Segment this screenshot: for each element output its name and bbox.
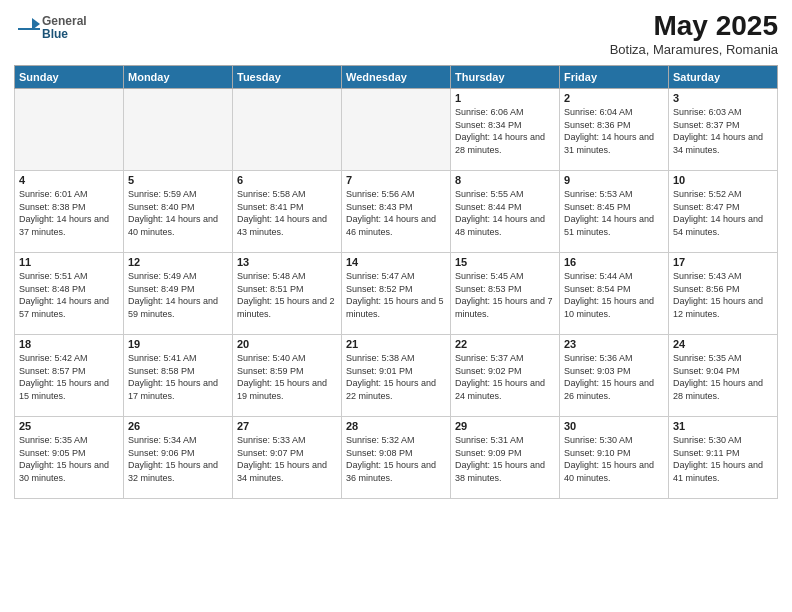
col-friday: Friday [560,66,669,89]
table-row: 24 Sunrise: 5:35 AM Sunset: 9:04 PM Dayl… [669,335,778,417]
table-row: 12 Sunrise: 5:49 AM Sunset: 8:49 PM Dayl… [124,253,233,335]
table-row: 16 Sunrise: 5:44 AM Sunset: 8:54 PM Dayl… [560,253,669,335]
header: General Blue May 2025 Botiza, Maramures,… [14,10,778,57]
table-row: 10 Sunrise: 5:52 AM Sunset: 8:47 PM Dayl… [669,171,778,253]
table-row: 3 Sunrise: 6:03 AM Sunset: 8:37 PM Dayli… [669,89,778,171]
day-info: Sunrise: 5:51 AM Sunset: 8:48 PM Dayligh… [19,270,119,320]
table-row: 13 Sunrise: 5:48 AM Sunset: 8:51 PM Dayl… [233,253,342,335]
col-wednesday: Wednesday [342,66,451,89]
table-row: 28 Sunrise: 5:32 AM Sunset: 9:08 PM Dayl… [342,417,451,499]
day-info: Sunrise: 5:41 AM Sunset: 8:58 PM Dayligh… [128,352,228,402]
table-row: 20 Sunrise: 5:40 AM Sunset: 8:59 PM Dayl… [233,335,342,417]
col-saturday: Saturday [669,66,778,89]
day-info: Sunrise: 5:42 AM Sunset: 8:57 PM Dayligh… [19,352,119,402]
table-row: 17 Sunrise: 5:43 AM Sunset: 8:56 PM Dayl… [669,253,778,335]
day-number: 19 [128,338,228,350]
day-info: Sunrise: 5:58 AM Sunset: 8:41 PM Dayligh… [237,188,337,238]
table-row: 25 Sunrise: 5:35 AM Sunset: 9:05 PM Dayl… [15,417,124,499]
table-row: 8 Sunrise: 5:55 AM Sunset: 8:44 PM Dayli… [451,171,560,253]
day-info: Sunrise: 6:06 AM Sunset: 8:34 PM Dayligh… [455,106,555,156]
day-number: 24 [673,338,773,350]
day-info: Sunrise: 5:40 AM Sunset: 8:59 PM Dayligh… [237,352,337,402]
table-row: 18 Sunrise: 5:42 AM Sunset: 8:57 PM Dayl… [15,335,124,417]
table-row: 21 Sunrise: 5:38 AM Sunset: 9:01 PM Dayl… [342,335,451,417]
day-info: Sunrise: 5:47 AM Sunset: 8:52 PM Dayligh… [346,270,446,320]
table-row: 29 Sunrise: 5:31 AM Sunset: 9:09 PM Dayl… [451,417,560,499]
day-number: 22 [455,338,555,350]
logo-svg: General Blue [14,10,94,48]
week-row-5: 25 Sunrise: 5:35 AM Sunset: 9:05 PM Dayl… [15,417,778,499]
day-info: Sunrise: 6:01 AM Sunset: 8:38 PM Dayligh… [19,188,119,238]
day-number: 8 [455,174,555,186]
day-number: 12 [128,256,228,268]
table-row: 23 Sunrise: 5:36 AM Sunset: 9:03 PM Dayl… [560,335,669,417]
table-row: 15 Sunrise: 5:45 AM Sunset: 8:53 PM Dayl… [451,253,560,335]
col-thursday: Thursday [451,66,560,89]
calendar: Sunday Monday Tuesday Wednesday Thursday… [14,65,778,499]
day-number: 1 [455,92,555,104]
table-row [124,89,233,171]
day-number: 9 [564,174,664,186]
day-info: Sunrise: 5:35 AM Sunset: 9:05 PM Dayligh… [19,434,119,484]
table-row [342,89,451,171]
table-row: 14 Sunrise: 5:47 AM Sunset: 8:52 PM Dayl… [342,253,451,335]
day-info: Sunrise: 5:31 AM Sunset: 9:09 PM Dayligh… [455,434,555,484]
table-row: 30 Sunrise: 5:30 AM Sunset: 9:10 PM Dayl… [560,417,669,499]
table-row: 7 Sunrise: 5:56 AM Sunset: 8:43 PM Dayli… [342,171,451,253]
day-info: Sunrise: 5:35 AM Sunset: 9:04 PM Dayligh… [673,352,773,402]
svg-text:General: General [42,14,87,28]
day-info: Sunrise: 5:30 AM Sunset: 9:11 PM Dayligh… [673,434,773,484]
day-number: 23 [564,338,664,350]
table-row: 4 Sunrise: 6:01 AM Sunset: 8:38 PM Dayli… [15,171,124,253]
table-row: 9 Sunrise: 5:53 AM Sunset: 8:45 PM Dayli… [560,171,669,253]
table-row [233,89,342,171]
day-info: Sunrise: 5:59 AM Sunset: 8:40 PM Dayligh… [128,188,228,238]
day-number: 10 [673,174,773,186]
table-row: 27 Sunrise: 5:33 AM Sunset: 9:07 PM Dayl… [233,417,342,499]
day-number: 11 [19,256,119,268]
logo: General Blue [14,10,94,48]
day-number: 31 [673,420,773,432]
table-row: 6 Sunrise: 5:58 AM Sunset: 8:41 PM Dayli… [233,171,342,253]
day-info: Sunrise: 6:03 AM Sunset: 8:37 PM Dayligh… [673,106,773,156]
day-number: 6 [237,174,337,186]
day-number: 5 [128,174,228,186]
calendar-header-row: Sunday Monday Tuesday Wednesday Thursday… [15,66,778,89]
day-info: Sunrise: 5:33 AM Sunset: 9:07 PM Dayligh… [237,434,337,484]
day-number: 15 [455,256,555,268]
day-number: 2 [564,92,664,104]
day-info: Sunrise: 5:48 AM Sunset: 8:51 PM Dayligh… [237,270,337,320]
day-info: Sunrise: 5:30 AM Sunset: 9:10 PM Dayligh… [564,434,664,484]
col-sunday: Sunday [15,66,124,89]
col-tuesday: Tuesday [233,66,342,89]
table-row [15,89,124,171]
day-info: Sunrise: 6:04 AM Sunset: 8:36 PM Dayligh… [564,106,664,156]
day-number: 4 [19,174,119,186]
day-info: Sunrise: 5:43 AM Sunset: 8:56 PM Dayligh… [673,270,773,320]
day-info: Sunrise: 5:45 AM Sunset: 8:53 PM Dayligh… [455,270,555,320]
day-info: Sunrise: 5:38 AM Sunset: 9:01 PM Dayligh… [346,352,446,402]
title-block: May 2025 Botiza, Maramures, Romania [610,10,778,57]
subtitle: Botiza, Maramures, Romania [610,42,778,57]
week-row-3: 11 Sunrise: 5:51 AM Sunset: 8:48 PM Dayl… [15,253,778,335]
week-row-1: 1 Sunrise: 6:06 AM Sunset: 8:34 PM Dayli… [15,89,778,171]
day-number: 17 [673,256,773,268]
table-row: 1 Sunrise: 6:06 AM Sunset: 8:34 PM Dayli… [451,89,560,171]
day-info: Sunrise: 5:56 AM Sunset: 8:43 PM Dayligh… [346,188,446,238]
day-info: Sunrise: 5:34 AM Sunset: 9:06 PM Dayligh… [128,434,228,484]
day-number: 28 [346,420,446,432]
day-info: Sunrise: 5:49 AM Sunset: 8:49 PM Dayligh… [128,270,228,320]
main-title: May 2025 [610,10,778,42]
table-row: 22 Sunrise: 5:37 AM Sunset: 9:02 PM Dayl… [451,335,560,417]
day-info: Sunrise: 5:52 AM Sunset: 8:47 PM Dayligh… [673,188,773,238]
day-number: 21 [346,338,446,350]
day-number: 18 [19,338,119,350]
day-number: 14 [346,256,446,268]
table-row: 19 Sunrise: 5:41 AM Sunset: 8:58 PM Dayl… [124,335,233,417]
day-info: Sunrise: 5:53 AM Sunset: 8:45 PM Dayligh… [564,188,664,238]
day-number: 20 [237,338,337,350]
day-number: 30 [564,420,664,432]
week-row-4: 18 Sunrise: 5:42 AM Sunset: 8:57 PM Dayl… [15,335,778,417]
table-row: 2 Sunrise: 6:04 AM Sunset: 8:36 PM Dayli… [560,89,669,171]
day-info: Sunrise: 5:55 AM Sunset: 8:44 PM Dayligh… [455,188,555,238]
